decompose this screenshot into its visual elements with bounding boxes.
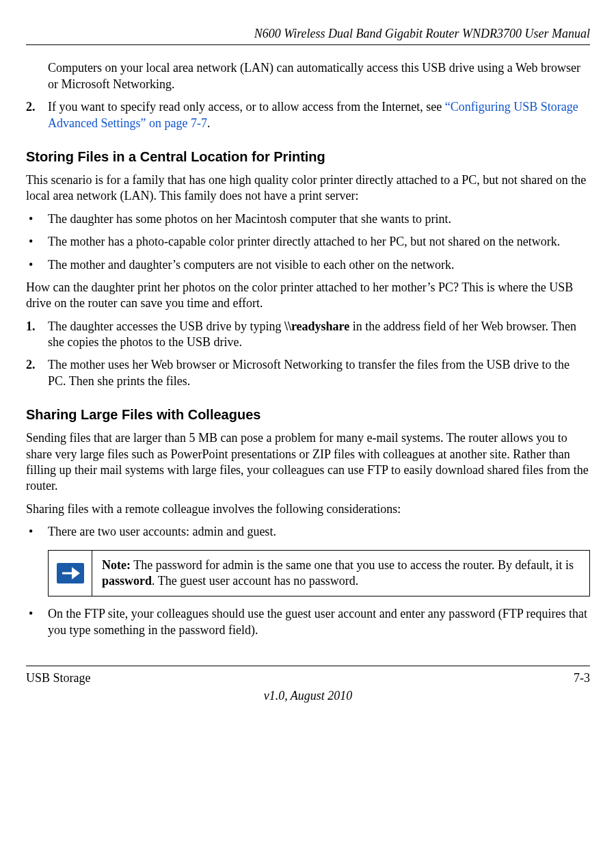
section1-bullets: The daughter has some photos on her Maci… [26, 211, 590, 273]
list-item: 2. If you want to specify read only acce… [26, 99, 590, 131]
section1-intro: This scenario is for a family that has o… [26, 172, 590, 205]
section2-intro: Sending files that are larger than 5 MB … [26, 430, 590, 495]
section-heading-sharing: Sharing Large Files with Colleagues [26, 406, 590, 423]
step-number: 1. [26, 319, 36, 334]
note-text-a: The password for admin is the same one t… [131, 558, 574, 572]
top-numbered-list: 2. If you want to specify read only acce… [26, 99, 590, 131]
note-label: Note: [102, 558, 131, 572]
step-number: 2. [26, 357, 36, 373]
list-item: 1. The daughter accesses the USB drive b… [26, 319, 590, 351]
list-item: The mother and daughter’s computers are … [26, 257, 590, 273]
note-bold: password [102, 574, 152, 588]
note-text-b: . The guest user account has no password… [152, 574, 358, 588]
step1-bold: \\readyshare [284, 319, 349, 333]
footer-rule [26, 666, 590, 666]
section-heading-storing: Storing Files in a Central Location for … [26, 148, 590, 166]
section2-bullets-bottom: On the FTP site, your colleagues should … [26, 606, 590, 638]
note-icon-cell [49, 551, 92, 596]
footer-row: USB Storage 7-3 [26, 670, 590, 686]
section1-mid: How can the daughter print her photos on… [26, 280, 590, 312]
list-item: 2. The mother uses her Web browser or Mi… [26, 357, 590, 389]
step-text-prefix: If you want to specify read only access,… [48, 100, 445, 114]
list-item: The mother has a photo-capable color pri… [26, 234, 590, 250]
footer-left: USB Storage [26, 670, 91, 686]
list-item: On the FTP site, your colleagues should … [26, 606, 590, 638]
section2-bullets-top: There are two user accounts: admin and g… [26, 524, 590, 540]
section1-steps: 1. The daughter accesses the USB drive b… [26, 319, 590, 390]
note-box: Note: The password for admin is the same… [48, 550, 590, 597]
list-item: The daughter has some photos on her Maci… [26, 211, 590, 227]
step-text-suffix: . [207, 116, 211, 130]
step-number: 2. [26, 99, 36, 115]
arrow-right-icon [57, 563, 84, 583]
list-item: There are two user accounts: admin and g… [26, 524, 590, 540]
footer-page-number: 7-3 [574, 670, 590, 686]
page-footer: USB Storage 7-3 v1.0, August 2010 [26, 666, 590, 704]
step1-text-a: The daughter accesses the USB drive by t… [48, 319, 284, 333]
step2-text: The mother uses her Web browser or Micro… [48, 358, 570, 387]
intro-paragraph: Computers on your local area network (LA… [48, 60, 590, 92]
page-header-title: N600 Wireless Dual Band Gigabit Router W… [26, 26, 590, 42]
note-content: Note: The password for admin is the same… [92, 551, 589, 596]
footer-version: v1.0, August 2010 [26, 688, 590, 704]
header-rule [26, 44, 590, 45]
section2-mid: Sharing files with a remote colleague in… [26, 501, 590, 517]
